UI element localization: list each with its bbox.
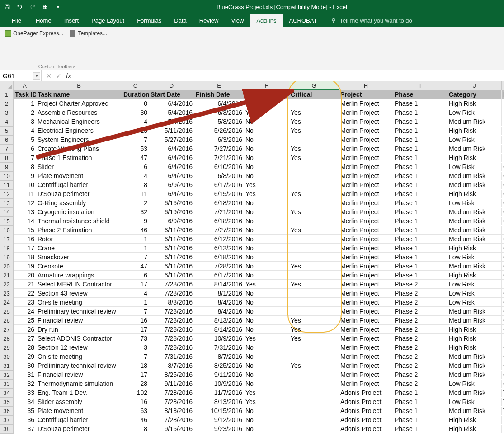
cell[interactable]: 46 — [122, 226, 149, 235]
cell[interactable]: 15 — [14, 226, 36, 235]
tab-page-layout[interactable]: Page Layout — [85, 14, 131, 27]
cell[interactable]: Merlin Project — [339, 181, 393, 189]
cell[interactable]: Phase 2 — [393, 380, 447, 388]
cell[interactable]: 6/3/2016 — [194, 108, 244, 117]
cell[interactable]: Low Risk — [447, 199, 502, 207]
cell[interactable]: High Risk — [447, 99, 502, 108]
cell[interactable]: Yes — [289, 316, 339, 325]
row-header-4[interactable]: 4 — [0, 117, 14, 127]
cell[interactable]: 0 — [122, 99, 149, 108]
cell[interactable]: Low Risk — [447, 289, 502, 298]
cell[interactable]: Yes — [244, 99, 289, 108]
cell[interactable]: Low Risk — [447, 163, 502, 171]
row-header-28[interactable]: 28 — [0, 334, 14, 343]
cell[interactable]: No — [244, 235, 289, 244]
cell[interactable] — [289, 199, 339, 207]
cell[interactable]: Ge — [502, 316, 504, 325]
cell[interactable]: 10/9/2016 — [194, 334, 244, 343]
cell[interactable]: Phase 1 — [393, 199, 447, 207]
cell[interactable] — [289, 298, 339, 307]
cell[interactable]: 6/9/2016 — [149, 181, 194, 189]
cell[interactable]: 6/12/2016 — [194, 244, 244, 253]
cell[interactable]: Plate movement — [36, 407, 122, 415]
cell[interactable]: Phase 2 — [393, 352, 447, 361]
cell[interactable]: 7/27/2016 — [194, 226, 244, 235]
cell[interactable]: Medium Risk — [447, 172, 502, 180]
cell[interactable]: 7 — [122, 352, 149, 361]
cell[interactable]: 7/31/2016 — [149, 352, 194, 361]
cell[interactable]: Pr — [502, 136, 504, 144]
cell[interactable]: Adonis Project — [339, 416, 393, 424]
cell[interactable]: Phase 2 Estimation — [36, 226, 122, 235]
row-header-26[interactable]: 26 — [0, 316, 14, 325]
column-header-H[interactable]: H — [339, 81, 393, 90]
cell[interactable]: No — [244, 325, 289, 334]
row-header-29[interactable]: 29 — [0, 343, 14, 352]
cell[interactable]: 16 — [122, 316, 149, 325]
cell[interactable]: 7/28/2016 — [194, 262, 244, 271]
cell[interactable]: Pr — [502, 280, 504, 289]
cell[interactable]: Thermodynamic simulation — [36, 380, 122, 388]
cell[interactable]: 22 — [14, 289, 36, 298]
cell[interactable]: 17 — [122, 280, 149, 289]
cell[interactable]: 5/27/2016 — [149, 136, 194, 144]
cell[interactable]: 6 — [122, 271, 149, 280]
cell[interactable]: 1 — [122, 235, 149, 244]
header-cell[interactable]: Start Date — [149, 90, 194, 99]
cell[interactable]: Project Charter Approved — [36, 99, 122, 108]
cell[interactable]: Merlin Project — [339, 217, 393, 225]
cell[interactable]: High Risk — [447, 127, 502, 135]
cell[interactable]: Phase 1 — [393, 244, 447, 253]
cell[interactable]: Te — [502, 389, 504, 397]
cell[interactable]: High Risk — [447, 271, 502, 280]
cell[interactable]: 8 — [122, 425, 149, 433]
cell[interactable]: Merlin Project — [339, 253, 393, 262]
cell[interactable]: Phase 2 — [393, 316, 447, 325]
cell[interactable]: 24 — [14, 307, 36, 316]
cell[interactable] — [289, 289, 339, 298]
cell[interactable]: 33 — [14, 389, 36, 397]
cell[interactable]: Phase 1 — [393, 108, 447, 117]
cell[interactable]: 8/25/2016 — [194, 361, 244, 370]
cell[interactable]: Low Risk — [447, 136, 502, 144]
cell[interactable]: Phase 1 — [393, 253, 447, 262]
cell[interactable]: Phase 2 — [393, 280, 447, 289]
cell[interactable]: 34 — [14, 398, 36, 406]
header-cell[interactable]: Re — [502, 90, 504, 99]
cell[interactable]: High Risk — [447, 190, 502, 198]
cell[interactable]: 14 — [14, 217, 36, 225]
cell[interactable]: High Risk — [447, 416, 502, 424]
tab-formulas[interactable]: Formulas — [131, 14, 168, 27]
tab-view[interactable]: View — [225, 14, 250, 27]
cell[interactable]: D'Souza perimeter — [36, 190, 122, 198]
cell[interactable]: Phase 1 — [393, 172, 447, 180]
cell[interactable]: Low Risk — [447, 380, 502, 388]
cell[interactable]: Low Risk — [447, 398, 502, 406]
cell[interactable]: No — [244, 262, 289, 271]
cell[interactable]: 8/13/2016 — [194, 316, 244, 325]
cell[interactable]: Phase 1 — [393, 190, 447, 198]
cell[interactable] — [289, 352, 339, 361]
cell[interactable]: No — [244, 416, 289, 424]
tab-data[interactable]: Data — [168, 14, 193, 27]
cell[interactable]: High Risk — [447, 334, 502, 343]
cell[interactable]: Phase 1 — [393, 407, 447, 415]
cell[interactable]: Low Risk — [447, 108, 502, 117]
cell[interactable]: Pr — [502, 108, 504, 117]
cell[interactable]: Phase 1 — [393, 271, 447, 280]
row-header-8[interactable]: 8 — [0, 154, 14, 163]
cell[interactable] — [289, 425, 339, 433]
row-header-20[interactable]: 20 — [0, 262, 14, 271]
cell[interactable]: 8/14/2016 — [194, 325, 244, 334]
cell[interactable]: Pr — [502, 334, 504, 343]
cell[interactable]: 8/7/2016 — [194, 352, 244, 361]
cell[interactable]: Pr — [502, 117, 504, 126]
row-header-21[interactable]: 21 — [0, 271, 14, 280]
cell[interactable]: Phase 1 — [393, 181, 447, 189]
cell[interactable]: No — [244, 154, 289, 162]
cell[interactable]: No — [244, 199, 289, 207]
cell[interactable]: 5/4/2016 — [149, 117, 194, 126]
cell[interactable]: Yes — [289, 190, 339, 198]
cell[interactable]: Merlin Project — [339, 136, 393, 144]
cell[interactable]: Merlin Project — [339, 226, 393, 235]
